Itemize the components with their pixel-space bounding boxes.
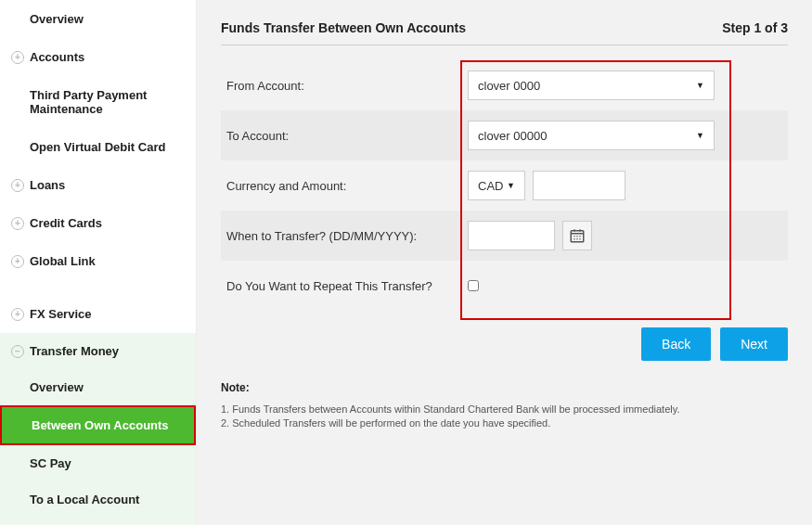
nav-loans[interactable]: + Loans	[0, 166, 196, 204]
nav-credit-cards[interactable]: + Credit Cards	[0, 204, 196, 242]
svg-point-4	[574, 236, 575, 237]
nav-label: Accounts	[30, 50, 84, 64]
row-repeat-transfer: Do You Want to Repeat This Transfer?	[221, 261, 788, 311]
back-button[interactable]: Back	[641, 327, 711, 361]
row-from-account: From Account: clover 0000 ▼	[221, 60, 788, 110]
currency-value: CAD	[478, 179, 503, 193]
chevron-down-icon: ▼	[507, 181, 515, 190]
svg-point-7	[574, 238, 575, 240]
step-indicator: Step 1 of 3	[722, 20, 788, 35]
plus-icon: +	[11, 51, 24, 64]
header-row: Funds Transfer Between Own Accounts Step…	[221, 20, 788, 45]
nav-label: Transfer Money	[30, 344, 119, 358]
nav-overview[interactable]: Overview	[0, 0, 196, 38]
nav-transfer-overview[interactable]: Overview	[0, 369, 196, 405]
nav-to-overseas[interactable]: To Overseas	[0, 518, 196, 525]
nav-label: SC Pay	[30, 456, 71, 470]
nav-label: Overview	[30, 12, 84, 26]
nav-between-own-accounts[interactable]: Between Own Accounts	[0, 405, 196, 445]
notes-title: Note:	[221, 381, 788, 394]
button-row: Back Next	[221, 327, 788, 361]
row-currency-amount: Currency and Amount: CAD ▼	[221, 160, 788, 211]
when-label: When to Transfer? (DD/MM/YYYY):	[221, 229, 468, 243]
row-when-to-transfer: When to Transfer? (DD/MM/YYYY):	[221, 211, 788, 261]
currency-amount-label: Currency and Amount:	[221, 179, 468, 193]
amount-input[interactable]	[533, 171, 625, 200]
next-button[interactable]: Next	[720, 327, 788, 361]
nav-label: Third Party Payment Maintenance	[30, 88, 147, 116]
nav-sc-pay[interactable]: SC Pay	[0, 445, 196, 481]
repeat-label: Do You Want to Repeat This Transfer?	[221, 279, 468, 293]
page-title: Funds Transfer Between Own Accounts	[221, 20, 466, 35]
form-area: From Account: clover 0000 ▼ To Account: …	[221, 60, 788, 311]
svg-point-6	[579, 236, 581, 237]
to-account-label: To Account:	[221, 129, 468, 143]
from-account-select[interactable]: clover 0000 ▼	[468, 70, 715, 100]
nav-label: FX Service	[30, 307, 92, 321]
plus-icon: +	[11, 255, 24, 268]
nav-label: To a Local Account	[30, 493, 139, 506]
nav-label: Open Virtual Debit Card	[30, 140, 165, 154]
main-panel: Funds Transfer Between Own Accounts Step…	[197, 0, 812, 525]
chevron-down-icon: ▼	[696, 81, 704, 90]
nav-accounts[interactable]: + Accounts	[0, 38, 196, 76]
calendar-icon	[569, 227, 586, 244]
nav-global-link[interactable]: + Global Link	[0, 242, 196, 280]
nav-label: Between Own Accounts	[32, 418, 169, 432]
repeat-checkbox[interactable]	[468, 280, 479, 291]
nav-label: Credit Cards	[30, 216, 102, 230]
svg-point-8	[576, 238, 578, 240]
nav-third-party[interactable]: Third Party Payment Maintenance	[0, 76, 196, 128]
from-account-label: From Account:	[221, 79, 468, 93]
nav-transfer-money[interactable]: − Transfer Money	[0, 333, 196, 369]
nav-label: Global Link	[30, 254, 96, 268]
plus-icon: +	[11, 308, 24, 321]
currency-select[interactable]: CAD ▼	[468, 171, 525, 200]
nav-open-virtual-card[interactable]: Open Virtual Debit Card	[0, 128, 196, 166]
from-account-value: clover 0000	[478, 79, 540, 93]
plus-icon: +	[11, 179, 24, 192]
notes-line-1: 1. Funds Transfers between Accounts with…	[221, 403, 788, 415]
nav-to-local-account[interactable]: To a Local Account	[0, 481, 196, 518]
calendar-button[interactable]	[562, 221, 592, 250]
minus-icon: −	[11, 345, 24, 358]
nav-label: Overview	[30, 380, 84, 394]
svg-point-9	[579, 238, 581, 240]
row-to-account: To Account: clover 00000 ▼	[221, 110, 788, 160]
nav-fx-service[interactable]: + FX Service	[0, 295, 196, 333]
nav-transfer-group: − Transfer Money Overview Between Own Ac…	[0, 333, 196, 525]
nav-label: Loans	[30, 178, 65, 192]
to-account-select[interactable]: clover 00000 ▼	[468, 121, 715, 150]
to-account-value: clover 00000	[478, 129, 547, 143]
notes-line-2: 2. Scheduled Transfers will be performed…	[221, 417, 788, 429]
plus-icon: +	[11, 217, 24, 230]
transfer-date-input[interactable]	[468, 221, 555, 250]
notes-section: Note: 1. Funds Transfers between Account…	[221, 381, 788, 429]
sidebar: Overview + Accounts Third Party Payment …	[0, 0, 197, 525]
svg-point-5	[576, 236, 578, 237]
chevron-down-icon: ▼	[696, 131, 704, 140]
